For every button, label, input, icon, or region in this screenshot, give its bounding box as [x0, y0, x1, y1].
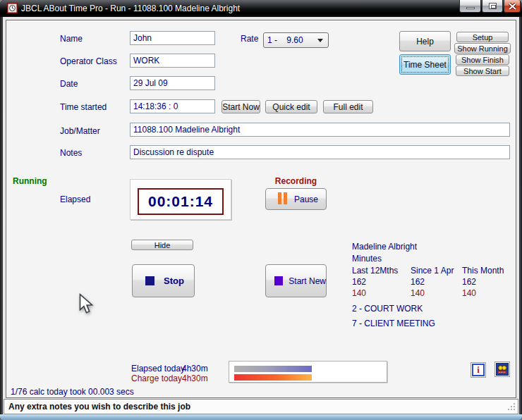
rate-label: Rate: [241, 34, 258, 44]
recording-status-label: Recording: [265, 176, 327, 186]
stats-client-name: Madeline Albright: [352, 242, 417, 252]
charge-today-label: Charge today: [131, 373, 182, 383]
pause-button-label: Pause: [294, 194, 318, 204]
operator-class-label: Operator Class: [60, 56, 117, 66]
operator-class-input[interactable]: [130, 54, 215, 68]
job-matter-input[interactable]: [130, 123, 510, 137]
app-window: JBCL ABout Time Pro - Run - 11088.100 Ma…: [0, 0, 522, 420]
stats-column-header: Since 1 Apr: [411, 266, 454, 276]
hide-button[interactable]: Hide: [131, 240, 193, 250]
work-type-item: 7 - CLIENT MEETING: [352, 319, 435, 328]
stats-column-header: Last 12Mths: [352, 266, 398, 276]
window-title: JBCL ABout Time Pro - Run - 11088.100 Ma…: [21, 4, 240, 13]
close-button[interactable]: [504, 0, 521, 13]
info-icon: i: [472, 364, 485, 376]
stats-elapsed-value: 162: [352, 277, 366, 287]
maximize-button[interactable]: [482, 0, 503, 13]
calculator-icon: [496, 363, 509, 376]
stop-button[interactable]: Stop: [132, 264, 195, 297]
rate-select[interactable]: 1 - 9.60: [263, 32, 329, 48]
start-new-button-label: Start New: [289, 276, 326, 286]
elapsed-timer-display: 00:01:14: [138, 188, 224, 215]
name-label: Name: [60, 34, 83, 44]
name-input[interactable]: [130, 31, 215, 45]
window-bottom-edge: [0, 414, 522, 420]
stats-charged-value: 140: [462, 288, 476, 298]
time-started-input[interactable]: [130, 99, 215, 113]
calc-info-text: 1/76 calc today took 00.003 secs: [11, 387, 134, 397]
minimize-button[interactable]: [459, 0, 481, 13]
start-new-button[interactable]: Start New: [265, 264, 327, 297]
elapsed-today-value: 4h30m: [182, 364, 208, 373]
elapsed-label: Elapsed: [60, 194, 90, 204]
time-sheet-button[interactable]: Time Sheet: [399, 54, 451, 75]
notes-input[interactable]: [130, 145, 510, 159]
chevron-down-icon: [317, 39, 323, 42]
status-bar-text: Any extra notes you wish to describe thi…: [4, 402, 506, 412]
stats-charged-value: 140: [352, 288, 366, 298]
info-button[interactable]: i: [471, 362, 486, 378]
stats-elapsed-value: 162: [462, 277, 476, 287]
job-matter-label: Job/Matter: [60, 126, 100, 136]
window-client-area: Name Operator Class Date Time started Jo…: [3, 17, 519, 414]
today-progress-panel: [229, 361, 387, 383]
title-bar[interactable]: JBCL ABout Time Pro - Run - 11088.100 Ma…: [0, 0, 522, 17]
elapsed-time-value: 00:01:14: [148, 193, 213, 210]
date-label: Date: [60, 79, 78, 89]
help-button[interactable]: Help: [399, 31, 451, 51]
stats-column-header: This Month: [462, 266, 504, 276]
elapsed-today-label: Elapsed today: [131, 364, 185, 373]
charge-today-progress-bar: [234, 374, 312, 381]
app-clock-icon: [7, 3, 18, 13]
stats-charged-value: 140: [411, 288, 425, 298]
status-bar: Any extra notes you wish to describe thi…: [4, 399, 518, 414]
rate-selected-value: 1 - 9.60: [264, 35, 317, 45]
main-panel: Name Operator Class Date Time started Jo…: [6, 20, 516, 398]
stop-button-label: Stop: [164, 276, 184, 286]
work-type-item: 2 - COURT WORK: [352, 304, 423, 314]
charge-today-value: 4h30m: [182, 373, 208, 383]
elapsed-today-progress-bar: [234, 366, 312, 372]
pause-button[interactable]: Pause: [265, 188, 327, 210]
stop-icon: [145, 276, 154, 285]
show-finish-button[interactable]: Show Finish: [456, 54, 509, 65]
maximize-icon: [489, 3, 497, 9]
minimize-icon: [466, 7, 475, 9]
elapsed-timer-panel: 00:01:14: [130, 179, 231, 220]
notes-label: Notes: [60, 148, 82, 158]
pause-icon: [278, 192, 289, 206]
full-edit-button[interactable]: Full edit: [323, 100, 373, 113]
show-running-button[interactable]: Show Running: [454, 43, 511, 54]
date-input[interactable]: [130, 76, 215, 90]
setup-button[interactable]: Setup: [456, 32, 509, 42]
time-started-label: Time started: [60, 102, 107, 112]
calculator-button[interactable]: [494, 362, 510, 377]
running-status-label: Running: [13, 176, 47, 186]
stats-elapsed-value: 162: [411, 277, 425, 287]
close-icon: [509, 3, 516, 10]
stats-units-label: Minutes: [352, 254, 382, 264]
start-new-icon: [274, 276, 283, 285]
quick-edit-button[interactable]: Quick edit: [265, 100, 317, 113]
resize-grip[interactable]: [506, 402, 516, 412]
show-start-button[interactable]: Show Start: [456, 66, 509, 76]
start-now-button[interactable]: Start Now: [221, 100, 260, 113]
